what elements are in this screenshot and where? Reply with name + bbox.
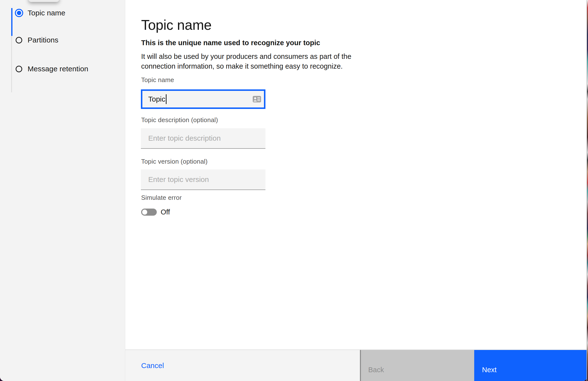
page-title: Topic name [141,17,212,33]
topic-description-input[interactable] [141,128,265,149]
step-label: Message retention [28,65,88,73]
incomplete-step-icon [16,37,22,43]
simulate-error-toggle[interactable] [141,209,157,216]
wizard-step-content: Topic name This is the unique name used … [125,0,587,381]
step-label: Partitions [28,36,58,44]
topic-version-input[interactable] [141,169,265,190]
text-cursor [166,94,167,104]
topic-version-label: Topic version (optional) [141,158,208,165]
cancel-button[interactable]: Cancel [141,350,164,381]
wizard-footer: Cancel Back Next [125,350,587,381]
step-label: Topic name [28,9,65,17]
progress-sidebar: Topic name Partitions Message retention [0,0,125,381]
progress-track-active [11,8,12,36]
topic-name-value: Topic [148,95,165,103]
progress-step-message-retention[interactable]: Message retention [15,64,88,74]
progress-step-topic-name[interactable]: Topic name [15,8,65,18]
step-heading: This is the unique name used to recogniz… [141,38,320,47]
toggle-knob [142,210,147,215]
simulate-error-label: Simulate error [141,194,182,201]
progress-step-partitions[interactable]: Partitions [15,35,58,45]
progress-track-incomplete [11,36,12,92]
desktop-background-sliver [587,0,588,381]
create-topic-wizard-window: Topic name Partitions Message retention … [0,0,587,381]
current-step-icon [15,9,23,17]
topic-name-input[interactable]: Topic [141,89,265,109]
back-button[interactable]: Back [360,350,474,381]
toggle-state-label: Off [161,209,170,216]
topic-description-label: Topic description (optional) [141,116,218,124]
incomplete-step-icon [16,66,22,72]
step-description: It will also be used by your producers a… [141,52,368,71]
next-button[interactable]: Next [474,350,587,381]
topic-name-label: Topic name [141,76,174,84]
scrolled-content-shadow [29,0,59,2]
contact-card-autofill-icon[interactable] [253,96,261,103]
